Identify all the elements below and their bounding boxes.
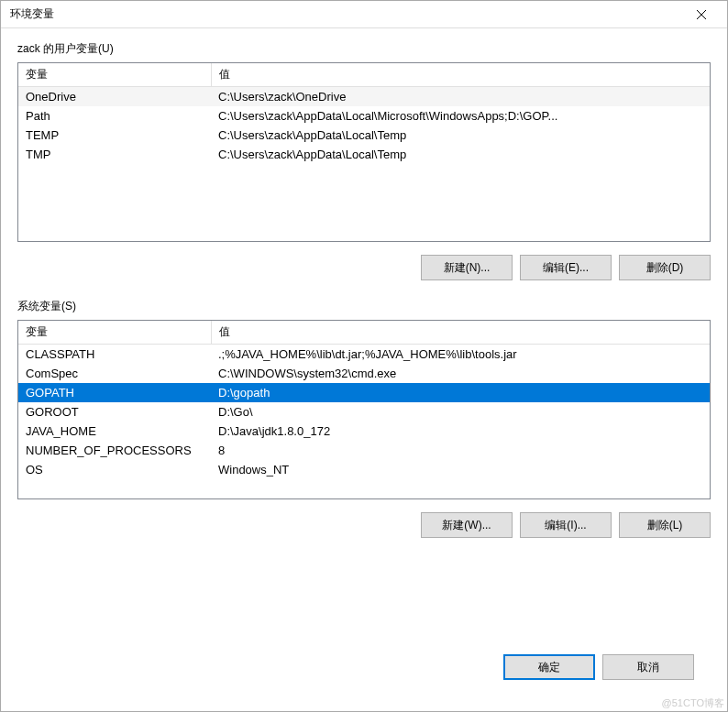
cancel-button[interactable]: 取消 (602, 654, 694, 680)
env-vars-dialog: 环境变量 zack 的用户变量(U) 变量 值 OneDriveC:\Users… (0, 0, 728, 712)
user-new-button[interactable]: 新建(N)... (421, 255, 513, 280)
system-edit-button[interactable]: 编辑(I)... (520, 512, 612, 538)
user-delete-button[interactable]: 删除(D) (619, 255, 711, 280)
table-row[interactable]: JAVA_HOMED:\Java\jdk1.8.0_172 (18, 422, 710, 441)
system-new-button[interactable]: 新建(W)... (421, 512, 513, 538)
table-row[interactable]: GOPATHD:\gopath (18, 383, 710, 402)
system-group-label: 系统变量(S) (17, 299, 711, 320)
table-row[interactable]: GOROOTD:\Go\ (18, 402, 710, 422)
system-variables-group: 系统变量(S) 变量 值 CLASSPATH.;%JAVA_HOME%\lib\… (17, 299, 711, 538)
table-row[interactable]: PathC:\Users\zack\AppData\Local\Microsof… (18, 106, 710, 126)
system-header-value[interactable]: 值 (211, 321, 710, 345)
window-title: 环境变量 (10, 6, 54, 22)
table-row[interactable]: NUMBER_OF_PROCESSORS8 (18, 441, 710, 460)
user-header-value[interactable]: 值 (211, 63, 710, 87)
titlebar: 环境变量 (1, 1, 727, 28)
close-button[interactable] (683, 2, 720, 27)
user-variables-table-container: 变量 值 OneDriveC:\Users\zack\OneDrive Path… (17, 62, 711, 242)
user-variables-table[interactable]: 变量 值 OneDriveC:\Users\zack\OneDrive Path… (18, 63, 710, 164)
dialog-footer: 确定 取消 (17, 640, 711, 696)
system-button-row: 新建(W)... 编辑(I)... 删除(L) (17, 512, 711, 538)
table-row[interactable]: CLASSPATH.;%JAVA_HOME%\lib\dt.jar;%JAVA_… (18, 345, 710, 365)
user-group-label: zack 的用户变量(U) (17, 41, 711, 62)
table-row[interactable]: OneDriveC:\Users\zack\OneDrive (18, 87, 710, 107)
dialog-content: zack 的用户变量(U) 变量 值 OneDriveC:\Users\zack… (1, 28, 727, 711)
user-edit-button[interactable]: 编辑(E)... (520, 255, 612, 280)
table-row[interactable]: TEMPC:\Users\zack\AppData\Local\Temp (18, 126, 710, 145)
user-button-row: 新建(N)... 编辑(E)... 删除(D) (17, 255, 711, 280)
ok-button[interactable]: 确定 (503, 654, 595, 680)
table-row[interactable]: ComSpecC:\WINDOWS\system32\cmd.exe (18, 364, 710, 383)
user-variables-group: zack 的用户变量(U) 变量 值 OneDriveC:\Users\zack… (17, 41, 711, 280)
system-variables-table[interactable]: 变量 值 CLASSPATH.;%JAVA_HOME%\lib\dt.jar;%… (18, 321, 710, 479)
table-row[interactable]: OSWindows_NT (18, 460, 710, 479)
close-icon (697, 10, 706, 19)
user-header-name[interactable]: 变量 (18, 63, 211, 87)
system-variables-table-container[interactable]: 变量 值 CLASSPATH.;%JAVA_HOME%\lib\dt.jar;%… (17, 320, 711, 499)
system-header-name[interactable]: 变量 (18, 321, 211, 345)
table-row[interactable]: TMPC:\Users\zack\AppData\Local\Temp (18, 145, 710, 164)
system-delete-button[interactable]: 删除(L) (619, 512, 711, 538)
